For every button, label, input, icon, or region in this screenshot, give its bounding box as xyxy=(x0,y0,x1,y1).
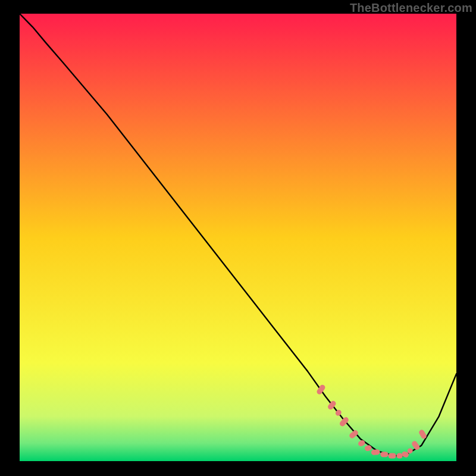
chart-frame: TheBottlenecker.com xyxy=(0,0,476,476)
marker-point xyxy=(380,452,388,457)
gradient-background xyxy=(20,14,456,461)
marker-point xyxy=(396,453,402,458)
marker-point xyxy=(388,453,396,458)
chart-svg xyxy=(20,14,456,461)
svg-rect-10 xyxy=(396,453,402,458)
svg-rect-8 xyxy=(380,452,388,457)
svg-rect-9 xyxy=(388,453,396,458)
watermark-text: TheBottlenecker.com xyxy=(350,1,472,15)
plot-area xyxy=(20,14,456,461)
